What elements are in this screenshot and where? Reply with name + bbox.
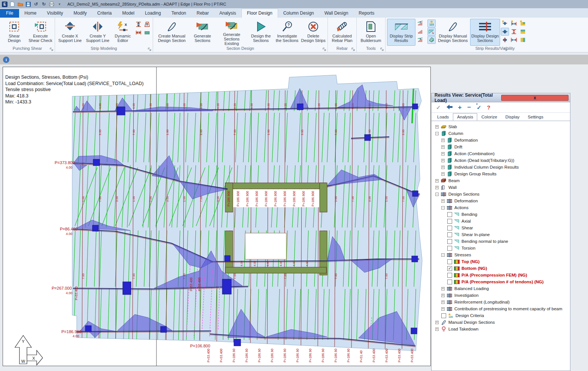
- strip-result-detail-max-icon[interactable]: [416, 19, 424, 27]
- checkbox-checked[interactable]: ✓: [447, 266, 452, 271]
- menu-tab-analysis[interactable]: Analysis: [214, 9, 241, 18]
- show-result-values-123-icon[interactable]: 123: [427, 19, 436, 27]
- expand-icon[interactable]: +: [435, 125, 439, 129]
- tree-item-bending[interactable]: Bending: [433, 211, 570, 218]
- strip-vertical-extent-icon[interactable]: [134, 20, 143, 28]
- expand-icon[interactable]: +: [435, 328, 439, 331]
- expand-icon[interactable]: +: [441, 166, 445, 169]
- vis-y-support-line-icon[interactable]: [501, 36, 509, 44]
- collapse-icon[interactable]: -: [435, 193, 439, 196]
- collapse-icon[interactable]: -: [435, 132, 439, 135]
- execute-shear-check-button[interactable]: Execute Shear Check: [28, 19, 53, 46]
- show-3d-view-icon[interactable]: [427, 36, 436, 44]
- tree-item-investigation[interactable]: +Investigation: [433, 292, 570, 299]
- confirm-check-icon[interactable]: ✓: [436, 104, 441, 111]
- plus-icon[interactable]: +: [458, 105, 462, 110]
- expand-icon[interactable]: +: [441, 145, 445, 149]
- floor-plan-canvas[interactable]: 4.001.007.004.007.003.004.003.004.001.00…: [3, 67, 430, 366]
- tree-item-wall[interactable]: +Wall: [433, 184, 570, 191]
- section-design-launcher-icon[interactable]: [323, 48, 326, 51]
- strip-modeling-launcher-icon[interactable]: [148, 48, 152, 51]
- expand-icon[interactable]: +: [441, 199, 445, 203]
- menu-tab-loading[interactable]: Loading: [140, 9, 166, 18]
- display-manual-design-sections-button[interactable]: Display Manual Design Sections: [436, 19, 469, 46]
- menu-tab-home[interactable]: Home: [19, 9, 42, 18]
- checkbox-unchecked[interactable]: [447, 273, 452, 278]
- tree-item-action-dead-load-tributary-g[interactable]: +Action (Dead load(Tributary:G)): [433, 157, 570, 164]
- show-result-diagram-icon[interactable]: [427, 28, 436, 36]
- tree-item-deformation[interactable]: +Deformation: [433, 197, 570, 204]
- open-file-icon[interactable]: [17, 1, 23, 7]
- results-tab-loads[interactable]: Loads: [433, 113, 453, 121]
- checkbox-unchecked[interactable]: [447, 239, 452, 244]
- tree-item-bending-normal-to-plane[interactable]: Bending normal to plane: [433, 238, 570, 245]
- tree-item-slab[interactable]: +Slab: [433, 123, 570, 130]
- tree-item-reinforcement-longitudinal[interactable]: +Reinforcement (Longitudinal): [433, 299, 570, 305]
- vis-x-extent-icon[interactable]: [510, 19, 518, 27]
- tree-item-torsion[interactable]: Torsion: [433, 245, 570, 251]
- punching-shear-launcher-icon[interactable]: [50, 48, 54, 51]
- checkbox-unchecked[interactable]: [447, 226, 452, 230]
- rebar-launcher-icon[interactable]: [351, 48, 355, 51]
- tree-item-p-a-precompression-fem-ng[interactable]: P/A (Precompression FEM) (NG): [433, 272, 570, 278]
- strip-middle-region-icon[interactable]: [143, 28, 151, 36]
- checkbox-unchecked[interactable]: [447, 280, 452, 284]
- print-icon[interactable]: [49, 1, 55, 7]
- tree-item-manual-design-sections[interactable]: +Manual Design Sections: [433, 319, 570, 326]
- expand-icon[interactable]: +: [435, 186, 439, 189]
- strip-result-detail-min-icon[interactable]: [416, 36, 424, 44]
- tree-item-beam[interactable]: +Beam: [433, 177, 570, 184]
- menu-tab-criteria[interactable]: Criteria: [92, 9, 117, 18]
- investigate-the-sections-button[interactable]: ? Investigate the Sections: [274, 19, 300, 46]
- shear-design-button[interactable]: Shear Design: [1, 19, 27, 46]
- apply-check-icon[interactable]: ✓+: [476, 104, 481, 111]
- display-design-sections-button[interactable]: Display Design Sections: [470, 19, 500, 46]
- create-y-support-line-button[interactable]: Create Y Support Line: [84, 19, 111, 46]
- expand-icon[interactable]: +: [441, 287, 445, 290]
- design-the-sections-button[interactable]: Design the Sections: [248, 19, 274, 46]
- menu-tab-visibility[interactable]: Visibility: [42, 9, 68, 18]
- tree-item-design-group-results[interactable]: +Design Group Results: [433, 171, 570, 177]
- help-icon[interactable]: ?: [487, 104, 490, 111]
- expand-icon[interactable]: +: [435, 179, 439, 183]
- vis-x-support-lines-icon[interactable]: [501, 19, 509, 27]
- generate-sections-button[interactable]: Generate Sections: [190, 19, 215, 46]
- tree-item-p-a-precompression-of-tendons-ng[interactable]: P/A (Precompression # of tendons) (NG): [433, 278, 570, 285]
- open-buildersum-button[interactable]: Open Buildersum: [358, 19, 384, 46]
- tree-item-contribution-of-prestressing-to-moment-capacity-of-beam[interactable]: +Contribution of prestressing to moment …: [433, 305, 570, 312]
- expand-icon[interactable]: +: [441, 159, 445, 162]
- collapse-icon[interactable]: -: [441, 206, 445, 209]
- tree-item-axial[interactable]: Axial: [433, 218, 570, 224]
- strip-horizontal-extent-icon[interactable]: [134, 28, 143, 36]
- results-view-titlebar[interactable]: Results View: Service(Total Load) x: [432, 93, 570, 102]
- new-file-icon[interactable]: [9, 1, 15, 7]
- tree-item-deformation[interactable]: +Deformation: [433, 137, 570, 144]
- display-strip-results-button[interactable]: Display Strip Results: [387, 19, 415, 46]
- strip-result-detail-values-icon[interactable]: [416, 28, 424, 36]
- save-icon[interactable]: [25, 1, 31, 7]
- back-arrow-icon[interactable]: [447, 104, 453, 111]
- create-x-support-line-button[interactable]: Create X Support Line: [57, 19, 83, 46]
- vis-column-strip-icon[interactable]: [519, 19, 527, 27]
- checkbox-unchecked[interactable]: [441, 313, 446, 318]
- delete-design-strips-button[interactable]: Delete Design Strips: [301, 19, 326, 46]
- vis-strip-area-icon[interactable]: [519, 36, 527, 44]
- results-tab-settings[interactable]: Settings: [524, 113, 548, 121]
- create-manual-design-section-button[interactable]: Create Manual Design Section: [155, 19, 189, 46]
- menu-tab-rebar[interactable]: Rebar: [191, 9, 214, 18]
- vis-x-support-line-icon[interactable]: [501, 28, 509, 36]
- results-tab-colorize[interactable]: Colorize: [477, 113, 501, 121]
- menu-tab-tendon[interactable]: Tendon: [166, 9, 191, 18]
- vis-xy-extent-icon[interactable]: [510, 36, 518, 44]
- tree-item-bottom-ng[interactable]: ✓Bottom (NG): [433, 265, 570, 272]
- menu-tab-wall-design[interactable]: Wall Design: [319, 9, 354, 18]
- tree-item-actions[interactable]: -Actions: [433, 204, 570, 211]
- expand-icon[interactable]: +: [441, 139, 445, 142]
- menu-tab-file[interactable]: File: [0, 9, 19, 18]
- close-icon[interactable]: x: [501, 95, 569, 101]
- tree-item-drift[interactable]: +Drift: [433, 144, 570, 150]
- tree-item-design-sections[interactable]: -Design Sections: [433, 191, 570, 197]
- redo-icon[interactable]: ↻: [41, 1, 47, 7]
- menu-tab-floor-design[interactable]: Floor Design: [241, 9, 278, 18]
- tree-item-shear-in-plane[interactable]: Shear In-plane: [433, 231, 570, 238]
